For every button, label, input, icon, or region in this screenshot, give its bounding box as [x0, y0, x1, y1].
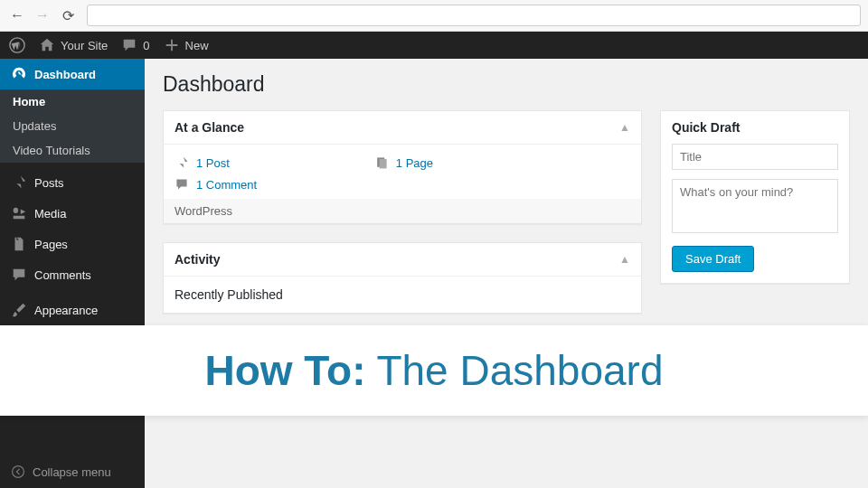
- title-overlay: How To: The Dashboard: [0, 325, 868, 416]
- menu-dashboard[interactable]: Dashboard: [0, 59, 145, 89]
- dashboard-icon: [11, 66, 27, 82]
- activity-panel: Activity ▲ Recently Published: [163, 242, 642, 314]
- wp-version: WordPress: [164, 199, 641, 223]
- draft-title-input[interactable]: [672, 144, 838, 170]
- site-name: Your Site: [61, 39, 108, 52]
- admin-sidebar: Dashboard Home Updates Video Tutorials P…: [0, 59, 145, 488]
- page-title: Dashboard: [163, 72, 850, 97]
- menu-label: Media: [34, 207, 66, 221]
- svg-rect-3: [379, 159, 386, 168]
- glance-posts[interactable]: 1 Post: [175, 155, 230, 170]
- menu-label: Appearance: [34, 304, 98, 317]
- browser-toolbar: ← → ⟳: [0, 0, 868, 32]
- menu-media[interactable]: Media: [0, 198, 145, 229]
- menu-label: Dashboard: [34, 68, 96, 81]
- site-link[interactable]: Your Site: [39, 37, 108, 53]
- submenu-home[interactable]: Home: [0, 89, 145, 114]
- pages-icon: [374, 155, 389, 170]
- plus-icon: [164, 37, 180, 53]
- menu-comments[interactable]: Comments: [0, 259, 145, 290]
- back-button[interactable]: ←: [7, 5, 27, 25]
- wp-admin-bar: Your Site 0 New: [0, 32, 868, 59]
- pages-icon: [11, 236, 27, 252]
- collapse-menu[interactable]: Collapse menu: [0, 455, 145, 488]
- media-icon: [11, 205, 27, 221]
- panel-toggle[interactable]: ▲: [619, 253, 630, 266]
- brush-icon: [11, 302, 27, 318]
- collapse-label: Collapse menu: [33, 465, 111, 479]
- reload-button[interactable]: ⟳: [58, 5, 78, 25]
- glance-comments[interactable]: 1 Comment: [175, 177, 630, 192]
- new-content[interactable]: New: [164, 37, 209, 53]
- pin-icon: [11, 174, 27, 191]
- panel-title: At a Glance: [175, 120, 244, 135]
- panel-title: Quick Draft: [672, 120, 740, 135]
- pin-icon: [175, 155, 189, 170]
- panel-title: Activity: [175, 252, 221, 267]
- wordpress-icon: [9, 37, 25, 53]
- save-draft-button[interactable]: Save Draft: [672, 246, 754, 272]
- home-icon: [39, 37, 55, 53]
- collapse-icon: [11, 465, 25, 479]
- comments-bubble[interactable]: 0: [121, 37, 149, 53]
- submenu-updates[interactable]: Updates: [0, 114, 145, 138]
- submenu-video-tutorials[interactable]: Video Tutorials: [0, 138, 145, 163]
- overlay-text: How To: The Dashboard: [204, 346, 663, 395]
- dashboard-submenu: Home Updates Video Tutorials: [0, 89, 145, 163]
- content-area: Dashboard At a Glance ▲ 1 Post: [145, 59, 868, 488]
- new-label: New: [185, 39, 209, 52]
- recently-published: Recently Published: [175, 287, 630, 302]
- draft-body-input[interactable]: [672, 179, 838, 233]
- url-input[interactable]: [87, 5, 861, 26]
- menu-label: Posts: [34, 176, 64, 190]
- at-a-glance-panel: At a Glance ▲ 1 Post 1 Page: [163, 110, 642, 224]
- menu-appearance[interactable]: Appearance: [0, 295, 145, 325]
- menu-pages[interactable]: Pages: [0, 229, 145, 259]
- glance-pages[interactable]: 1 Page: [374, 155, 433, 170]
- comments-count: 0: [143, 39, 149, 52]
- panel-toggle[interactable]: ▲: [619, 121, 630, 134]
- wp-logo[interactable]: [9, 37, 25, 53]
- svg-point-1: [13, 466, 24, 478]
- quick-draft-panel: Quick Draft Save Draft: [660, 110, 850, 284]
- menu-posts[interactable]: Posts: [0, 167, 145, 198]
- menu-label: Comments: [34, 268, 91, 282]
- menu-label: Pages: [34, 238, 68, 251]
- comment-icon: [175, 177, 189, 192]
- forward-button[interactable]: →: [33, 5, 52, 25]
- comment-icon: [121, 37, 137, 53]
- comment-icon: [11, 267, 27, 283]
